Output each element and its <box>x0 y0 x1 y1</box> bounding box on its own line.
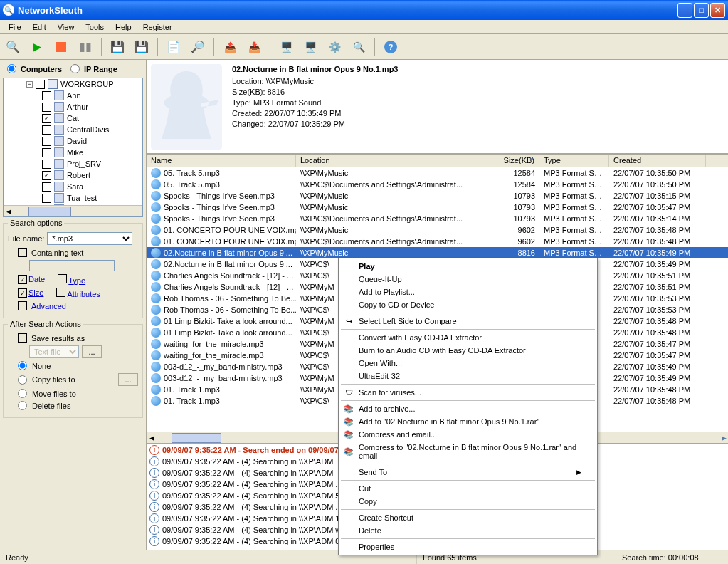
tree-root-checkbox[interactable] <box>36 80 45 89</box>
tree-node[interactable]: Robert <box>4 169 142 181</box>
toolbar-saveas-button[interactable]: 💾 <box>132 37 152 57</box>
size-link[interactable]: Size <box>28 288 43 297</box>
col-type[interactable]: Type <box>539 155 609 167</box>
toolbar-pause-button[interactable]: ▮▮ <box>75 37 95 57</box>
tree-node[interactable]: Tua_test <box>4 192 142 204</box>
file-row[interactable]: 05. Track 5.mp3\\XP\MyMusic12584MP3 Form… <box>147 167 728 179</box>
toolbar-net2-button[interactable]: 🖥️ <box>300 37 320 57</box>
context-menu-item[interactable]: ↪Select Left Side to Compare <box>340 315 596 328</box>
file-row[interactable]: Spooks - Things Ir've Seen.mp3\\XP\MyMus… <box>147 190 728 202</box>
file-row[interactable]: 02.Nocturne in B flat minor Opus 9 ...\\… <box>147 247 728 258</box>
save-results-checkbox[interactable] <box>18 333 27 343</box>
context-menu-item[interactable]: 📚Add to archive... <box>340 402 596 415</box>
toolbar-timer-button[interactable]: 🔍 <box>349 37 369 57</box>
menu-register[interactable]: Register <box>137 21 178 33</box>
radio-move[interactable] <box>18 389 27 398</box>
context-menu-item[interactable]: Open With... <box>340 357 596 370</box>
col-name[interactable]: Name <box>147 155 296 167</box>
tree-node[interactable]: Arthur <box>4 101 142 113</box>
context-menu-item[interactable]: Copy <box>340 495 596 508</box>
tree-checkbox[interactable] <box>42 114 51 123</box>
context-menu-item[interactable]: 📚Compress and email... <box>340 428 596 441</box>
toolbar-play-button[interactable]: ▶ <box>27 37 47 57</box>
tree-node[interactable]: Ann <box>4 90 142 101</box>
type-link[interactable]: Type <box>68 276 85 285</box>
toolbar-help-button[interactable]: ? <box>381 37 401 57</box>
tree-node[interactable]: Cat <box>4 113 142 124</box>
context-menu-item[interactable]: Copy to CD or Device <box>340 298 596 311</box>
file-row[interactable]: 05. Track 5.mp3\\XP\C$\Documents and Set… <box>147 179 728 190</box>
radio-computers[interactable]: Computers <box>7 64 62 73</box>
type-checkbox[interactable] <box>58 274 67 283</box>
containing-checkbox[interactable] <box>18 248 27 257</box>
tree-checkbox[interactable] <box>42 160 51 169</box>
radio-copy[interactable] <box>18 375 27 385</box>
radio-delete[interactable] <box>18 401 27 410</box>
context-menu-item[interactable]: Burn to an Audio CD with Easy CD-DA Extr… <box>340 344 596 357</box>
tree-checkbox[interactable] <box>42 171 51 180</box>
toolbar-settings-button[interactable]: ⚙️ <box>325 37 344 57</box>
computer-tree[interactable]: − WORKGROUP AnnArthurCatCentralDivisiDav… <box>3 78 143 217</box>
date-link[interactable]: Date <box>28 275 45 283</box>
context-menu-item[interactable]: 🛡Scan for viruses... <box>340 386 596 399</box>
context-menu-item[interactable]: Convert with Easy CD-DA Extractor <box>340 331 596 344</box>
attributes-checkbox[interactable] <box>56 288 65 297</box>
radio-none[interactable] <box>18 361 27 370</box>
copy-browse-button[interactable]: ... <box>118 373 138 386</box>
tree-node[interactable]: Sara <box>4 181 142 192</box>
toolbar-export-button[interactable]: 📤 <box>220 37 240 57</box>
context-menu-item[interactable]: Send To▶ <box>340 466 596 479</box>
size-checkbox[interactable] <box>18 288 27 298</box>
toolbar-import-button[interactable]: 📥 <box>244 37 264 57</box>
context-menu-item[interactable]: Create Shortcut <box>340 511 596 524</box>
tree-node[interactable]: Mike <box>4 147 142 158</box>
file-row[interactable]: 01. CONCERTO POUR UNE VOIX.mp3\\XP\C$\Do… <box>147 236 728 247</box>
tree-node[interactable]: David <box>4 135 142 147</box>
toolbar-search-button[interactable]: 🔍 <box>3 37 23 57</box>
col-location[interactable]: Location <box>296 155 485 167</box>
tree-checkbox[interactable] <box>42 137 51 146</box>
context-menu-item[interactable]: 📚Add to "02.Nocturne in B flat minor Opu… <box>340 415 596 428</box>
tree-checkbox[interactable] <box>42 182 51 192</box>
tree-checkbox[interactable] <box>42 148 51 157</box>
menu-edit[interactable]: Edit <box>27 21 52 33</box>
context-menu-item[interactable]: Delete <box>340 524 596 537</box>
toolbar-doc2-button[interactable]: 🔎 <box>188 37 208 57</box>
context-menu-item[interactable]: Play <box>340 260 596 273</box>
file-row[interactable]: Spooks - Things Ir've Seen.mp3\\XP\MyMus… <box>147 202 728 213</box>
toolbar-net1-button[interactable]: 🖥️ <box>276 37 296 57</box>
tree-checkbox[interactable] <box>42 125 51 135</box>
tree-node[interactable]: CentralDivisi <box>4 124 142 135</box>
close-button[interactable]: ✕ <box>710 3 725 18</box>
tree-checkbox[interactable] <box>42 194 51 203</box>
tree-node[interactable]: Proj_SRV <box>4 158 142 169</box>
toolbar-save-button[interactable]: 💾 <box>107 37 127 57</box>
radio-iprange[interactable]: IP Range <box>70 64 117 73</box>
tree-scrollbar-h[interactable]: ◀ <box>4 205 142 216</box>
col-size[interactable]: ▼Size(KB) <box>485 155 539 167</box>
advanced-checkbox[interactable] <box>18 301 27 310</box>
minimize-button[interactable]: _ <box>677 3 692 18</box>
col-created[interactable]: Created <box>609 155 706 167</box>
context-menu-item[interactable]: Properties <box>340 540 596 553</box>
context-menu-item[interactable]: Add to Playlist... <box>340 286 596 298</box>
filename-combo[interactable]: *.mp3 <box>47 232 132 245</box>
context-menu-item[interactable]: UltraEdit-32 <box>340 370 596 382</box>
file-row[interactable]: Spooks - Things Ir've Seen.mp3\\XP\C$\Do… <box>147 213 728 224</box>
file-row[interactable]: 01. CONCERTO POUR UNE VOIX.mp3\\XP\MyMus… <box>147 224 728 236</box>
context-menu-item[interactable]: Queue-It-Up <box>340 273 596 286</box>
save-browse-button[interactable]: ... <box>82 345 102 358</box>
toolbar-stop-button[interactable] <box>51 37 71 57</box>
toolbar-doc1-button[interactable]: 📄 <box>164 37 184 57</box>
date-checkbox[interactable] <box>18 275 27 284</box>
menu-file[interactable]: File <box>3 21 27 33</box>
attributes-link[interactable]: Attributes <box>67 290 100 298</box>
menu-tools[interactable]: Tools <box>80 21 110 33</box>
context-menu-item[interactable]: 📚Compress to "02.Nocturne in B flat mino… <box>340 441 596 462</box>
tree-checkbox[interactable] <box>42 91 51 100</box>
tree-checkbox[interactable] <box>42 103 51 112</box>
advanced-link[interactable]: Advanced <box>31 302 66 310</box>
maximize-button[interactable]: □ <box>694 3 709 18</box>
menu-view[interactable]: View <box>52 21 80 33</box>
context-menu-item[interactable]: Cut <box>340 482 596 495</box>
